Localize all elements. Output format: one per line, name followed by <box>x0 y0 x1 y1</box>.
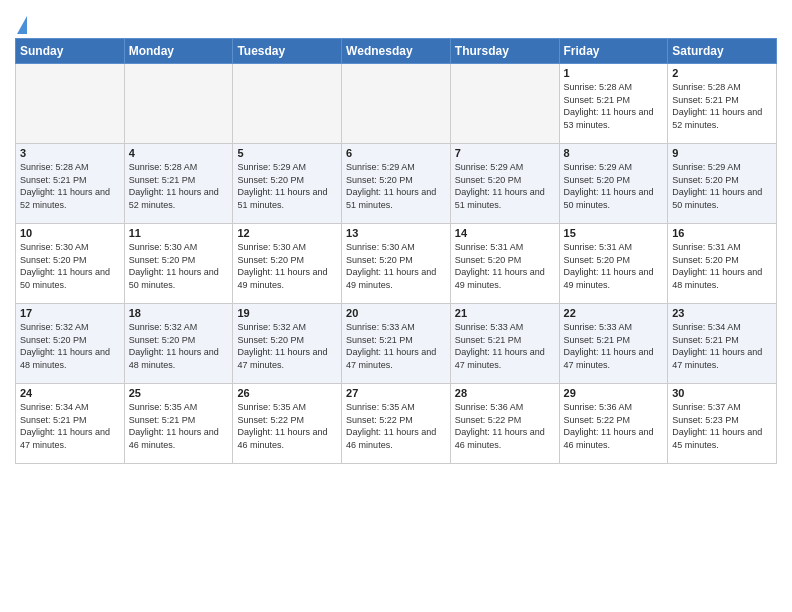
day-of-week-header: Tuesday <box>233 39 342 64</box>
calendar-day-cell: 19Sunrise: 5:32 AM Sunset: 5:20 PM Dayli… <box>233 304 342 384</box>
calendar-day-cell: 22Sunrise: 5:33 AM Sunset: 5:21 PM Dayli… <box>559 304 668 384</box>
calendar-week-row: 3Sunrise: 5:28 AM Sunset: 5:21 PM Daylig… <box>16 144 777 224</box>
page-header <box>15 10 777 34</box>
day-number: 5 <box>237 147 337 159</box>
day-number: 24 <box>20 387 120 399</box>
day-number: 27 <box>346 387 446 399</box>
day-number: 20 <box>346 307 446 319</box>
calendar-day-cell: 20Sunrise: 5:33 AM Sunset: 5:21 PM Dayli… <box>342 304 451 384</box>
day-number: 22 <box>564 307 664 319</box>
day-number: 10 <box>20 227 120 239</box>
calendar-day-cell: 21Sunrise: 5:33 AM Sunset: 5:21 PM Dayli… <box>450 304 559 384</box>
calendar-week-row: 24Sunrise: 5:34 AM Sunset: 5:21 PM Dayli… <box>16 384 777 464</box>
day-number: 28 <box>455 387 555 399</box>
calendar-day-cell <box>124 64 233 144</box>
day-info: Sunrise: 5:29 AM Sunset: 5:20 PM Dayligh… <box>346 161 446 211</box>
calendar-header-row: SundayMondayTuesdayWednesdayThursdayFrid… <box>16 39 777 64</box>
calendar-day-cell: 4Sunrise: 5:28 AM Sunset: 5:21 PM Daylig… <box>124 144 233 224</box>
calendar-day-cell: 7Sunrise: 5:29 AM Sunset: 5:20 PM Daylig… <box>450 144 559 224</box>
day-number: 26 <box>237 387 337 399</box>
calendar-day-cell <box>16 64 125 144</box>
day-number: 4 <box>129 147 229 159</box>
day-number: 19 <box>237 307 337 319</box>
day-info: Sunrise: 5:30 AM Sunset: 5:20 PM Dayligh… <box>237 241 337 291</box>
day-info: Sunrise: 5:29 AM Sunset: 5:20 PM Dayligh… <box>564 161 664 211</box>
day-of-week-header: Saturday <box>668 39 777 64</box>
day-info: Sunrise: 5:29 AM Sunset: 5:20 PM Dayligh… <box>672 161 772 211</box>
calendar-week-row: 1Sunrise: 5:28 AM Sunset: 5:21 PM Daylig… <box>16 64 777 144</box>
calendar-day-cell: 27Sunrise: 5:35 AM Sunset: 5:22 PM Dayli… <box>342 384 451 464</box>
day-of-week-header: Friday <box>559 39 668 64</box>
day-info: Sunrise: 5:33 AM Sunset: 5:21 PM Dayligh… <box>564 321 664 371</box>
day-number: 17 <box>20 307 120 319</box>
calendar-day-cell <box>342 64 451 144</box>
day-info: Sunrise: 5:31 AM Sunset: 5:20 PM Dayligh… <box>455 241 555 291</box>
day-info: Sunrise: 5:28 AM Sunset: 5:21 PM Dayligh… <box>20 161 120 211</box>
day-info: Sunrise: 5:35 AM Sunset: 5:22 PM Dayligh… <box>346 401 446 451</box>
day-info: Sunrise: 5:34 AM Sunset: 5:21 PM Dayligh… <box>672 321 772 371</box>
day-number: 2 <box>672 67 772 79</box>
calendar-day-cell: 26Sunrise: 5:35 AM Sunset: 5:22 PM Dayli… <box>233 384 342 464</box>
calendar-week-row: 17Sunrise: 5:32 AM Sunset: 5:20 PM Dayli… <box>16 304 777 384</box>
calendar-day-cell: 10Sunrise: 5:30 AM Sunset: 5:20 PM Dayli… <box>16 224 125 304</box>
calendar-day-cell: 23Sunrise: 5:34 AM Sunset: 5:21 PM Dayli… <box>668 304 777 384</box>
day-number: 30 <box>672 387 772 399</box>
calendar-day-cell: 15Sunrise: 5:31 AM Sunset: 5:20 PM Dayli… <box>559 224 668 304</box>
day-of-week-header: Monday <box>124 39 233 64</box>
day-info: Sunrise: 5:29 AM Sunset: 5:20 PM Dayligh… <box>237 161 337 211</box>
day-info: Sunrise: 5:28 AM Sunset: 5:21 PM Dayligh… <box>129 161 229 211</box>
day-number: 9 <box>672 147 772 159</box>
day-number: 15 <box>564 227 664 239</box>
day-number: 23 <box>672 307 772 319</box>
day-info: Sunrise: 5:29 AM Sunset: 5:20 PM Dayligh… <box>455 161 555 211</box>
calendar-day-cell: 28Sunrise: 5:36 AM Sunset: 5:22 PM Dayli… <box>450 384 559 464</box>
calendar-day-cell: 17Sunrise: 5:32 AM Sunset: 5:20 PM Dayli… <box>16 304 125 384</box>
calendar-day-cell: 29Sunrise: 5:36 AM Sunset: 5:22 PM Dayli… <box>559 384 668 464</box>
day-info: Sunrise: 5:33 AM Sunset: 5:21 PM Dayligh… <box>455 321 555 371</box>
calendar-day-cell: 2Sunrise: 5:28 AM Sunset: 5:21 PM Daylig… <box>668 64 777 144</box>
calendar-day-cell: 1Sunrise: 5:28 AM Sunset: 5:21 PM Daylig… <box>559 64 668 144</box>
day-info: Sunrise: 5:33 AM Sunset: 5:21 PM Dayligh… <box>346 321 446 371</box>
calendar-day-cell: 16Sunrise: 5:31 AM Sunset: 5:20 PM Dayli… <box>668 224 777 304</box>
day-number: 7 <box>455 147 555 159</box>
day-number: 13 <box>346 227 446 239</box>
calendar-day-cell: 6Sunrise: 5:29 AM Sunset: 5:20 PM Daylig… <box>342 144 451 224</box>
day-number: 3 <box>20 147 120 159</box>
calendar-day-cell: 11Sunrise: 5:30 AM Sunset: 5:20 PM Dayli… <box>124 224 233 304</box>
calendar-day-cell: 30Sunrise: 5:37 AM Sunset: 5:23 PM Dayli… <box>668 384 777 464</box>
calendar-day-cell: 24Sunrise: 5:34 AM Sunset: 5:21 PM Dayli… <box>16 384 125 464</box>
calendar-day-cell: 5Sunrise: 5:29 AM Sunset: 5:20 PM Daylig… <box>233 144 342 224</box>
day-number: 18 <box>129 307 229 319</box>
day-number: 25 <box>129 387 229 399</box>
logo-triangle-icon <box>17 16 27 34</box>
day-info: Sunrise: 5:30 AM Sunset: 5:20 PM Dayligh… <box>20 241 120 291</box>
day-number: 12 <box>237 227 337 239</box>
day-info: Sunrise: 5:35 AM Sunset: 5:22 PM Dayligh… <box>237 401 337 451</box>
day-info: Sunrise: 5:36 AM Sunset: 5:22 PM Dayligh… <box>455 401 555 451</box>
day-of-week-header: Thursday <box>450 39 559 64</box>
calendar-table: SundayMondayTuesdayWednesdayThursdayFrid… <box>15 38 777 464</box>
day-info: Sunrise: 5:32 AM Sunset: 5:20 PM Dayligh… <box>20 321 120 371</box>
day-info: Sunrise: 5:34 AM Sunset: 5:21 PM Dayligh… <box>20 401 120 451</box>
calendar-day-cell: 8Sunrise: 5:29 AM Sunset: 5:20 PM Daylig… <box>559 144 668 224</box>
day-number: 11 <box>129 227 229 239</box>
day-of-week-header: Sunday <box>16 39 125 64</box>
calendar-day-cell: 3Sunrise: 5:28 AM Sunset: 5:21 PM Daylig… <box>16 144 125 224</box>
day-number: 14 <box>455 227 555 239</box>
day-number: 8 <box>564 147 664 159</box>
calendar-day-cell: 13Sunrise: 5:30 AM Sunset: 5:20 PM Dayli… <box>342 224 451 304</box>
day-info: Sunrise: 5:35 AM Sunset: 5:21 PM Dayligh… <box>129 401 229 451</box>
day-info: Sunrise: 5:37 AM Sunset: 5:23 PM Dayligh… <box>672 401 772 451</box>
day-info: Sunrise: 5:28 AM Sunset: 5:21 PM Dayligh… <box>564 81 664 131</box>
day-number: 29 <box>564 387 664 399</box>
day-number: 21 <box>455 307 555 319</box>
calendar-day-cell: 14Sunrise: 5:31 AM Sunset: 5:20 PM Dayli… <box>450 224 559 304</box>
calendar-day-cell: 25Sunrise: 5:35 AM Sunset: 5:21 PM Dayli… <box>124 384 233 464</box>
calendar-day-cell <box>450 64 559 144</box>
day-info: Sunrise: 5:28 AM Sunset: 5:21 PM Dayligh… <box>672 81 772 131</box>
day-info: Sunrise: 5:31 AM Sunset: 5:20 PM Dayligh… <box>672 241 772 291</box>
day-info: Sunrise: 5:36 AM Sunset: 5:22 PM Dayligh… <box>564 401 664 451</box>
day-of-week-header: Wednesday <box>342 39 451 64</box>
day-info: Sunrise: 5:32 AM Sunset: 5:20 PM Dayligh… <box>237 321 337 371</box>
day-info: Sunrise: 5:30 AM Sunset: 5:20 PM Dayligh… <box>129 241 229 291</box>
